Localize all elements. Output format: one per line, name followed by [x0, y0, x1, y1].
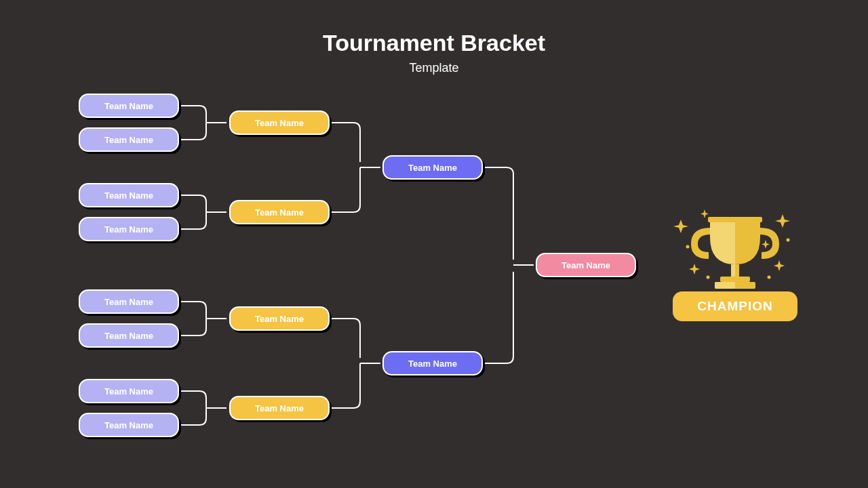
svg-marker-1 — [775, 214, 790, 228]
svg-rect-13 — [720, 277, 750, 282]
r3-slot-1-label: Team Name — [408, 359, 457, 369]
svg-rect-12 — [731, 264, 735, 277]
r1-slot-0-label: Team Name — [104, 101, 153, 111]
svg-marker-0 — [673, 220, 688, 233]
r3-slot-0[interactable]: Team Name — [382, 155, 483, 180]
svg-rect-15 — [715, 282, 735, 289]
r1-slot-3[interactable]: Team Name — [79, 217, 179, 241]
final-slot-label: Team Name — [561, 260, 610, 270]
r1-slot-4-label: Team Name — [104, 297, 153, 307]
trophy-icon — [667, 199, 803, 294]
r1-slot-1[interactable]: Team Name — [79, 127, 179, 152]
r2-slot-1-label: Team Name — [255, 207, 304, 218]
r2-slot-2[interactable]: Team Name — [229, 306, 330, 331]
champion-label: CHAMPION — [697, 299, 772, 314]
r1-slot-6-label: Team Name — [104, 386, 153, 396]
svg-marker-4 — [701, 209, 709, 218]
svg-point-9 — [768, 276, 771, 279]
r2-slot-1[interactable]: Team Name — [229, 200, 330, 224]
r2-slot-3-label: Team Name — [255, 403, 304, 413]
r1-slot-1-label: Team Name — [104, 135, 153, 145]
r1-slot-3-label: Team Name — [104, 224, 153, 235]
r2-slot-3[interactable]: Team Name — [229, 396, 330, 420]
svg-point-7 — [787, 239, 790, 242]
stage: Tournament Bracket Template Team Name Te… — [0, 0, 868, 488]
r2-slot-0-label: Team Name — [255, 118, 304, 128]
r1-slot-4[interactable]: Team Name — [79, 289, 179, 314]
final-slot[interactable]: Team Name — [536, 253, 636, 277]
r1-slot-7-label: Team Name — [104, 420, 153, 430]
svg-point-6 — [686, 245, 690, 249]
r3-slot-1[interactable]: Team Name — [382, 351, 483, 375]
svg-marker-5 — [762, 240, 770, 249]
r2-slot-2-label: Team Name — [255, 314, 304, 324]
r1-slot-7[interactable]: Team Name — [79, 413, 179, 437]
r1-slot-5[interactable]: Team Name — [79, 323, 179, 348]
svg-rect-10 — [708, 217, 762, 222]
r2-slot-0[interactable]: Team Name — [229, 110, 330, 135]
r1-slot-2[interactable]: Team Name — [79, 183, 179, 207]
r1-slot-0[interactable]: Team Name — [79, 94, 179, 118]
svg-marker-2 — [689, 264, 700, 274]
svg-point-8 — [707, 276, 710, 279]
r3-slot-0-label: Team Name — [408, 163, 457, 173]
r1-slot-2-label: Team Name — [104, 190, 153, 201]
page-subtitle: Template — [0, 61, 868, 75]
page-title: Tournament Bracket — [0, 30, 868, 56]
svg-marker-3 — [774, 260, 785, 271]
r1-slot-5-label: Team Name — [104, 331, 153, 341]
r1-slot-6[interactable]: Team Name — [79, 379, 179, 403]
champion-badge: CHAMPION — [673, 291, 797, 321]
